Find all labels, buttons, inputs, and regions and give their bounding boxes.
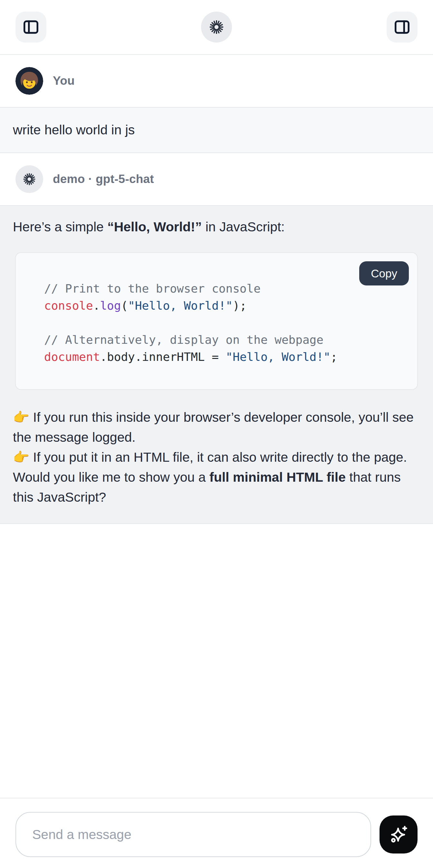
person-emoji-icon	[16, 67, 43, 95]
code-token: .body.innerHTML =	[100, 350, 225, 364]
assistant-message-bubble: Here’s a simple “Hello, World!” in JavaS…	[0, 205, 433, 524]
ai-sparkle-icon	[388, 824, 409, 845]
code-line: console.log("Hello, World!");	[44, 297, 407, 314]
code-token: "Hello, World!"	[226, 350, 331, 364]
code-token: log	[100, 299, 121, 312]
code-token: console	[44, 299, 93, 312]
send-button[interactable]	[379, 815, 417, 854]
question-text: Would you like me to show you a	[13, 470, 209, 485]
assistant-intro-paragraph: Here’s a simple “Hello, World!” in JavaS…	[13, 217, 420, 237]
right-panel-toggle-button[interactable]	[386, 11, 417, 42]
intro-text: Here’s a simple	[13, 219, 107, 234]
code-body: // Print to the browser consoleconsole.l…	[16, 253, 417, 389]
pointer-paragraphs: 👉 If you run this inside your browser’s …	[13, 407, 420, 467]
intro-bold-text: “Hello, World!”	[107, 219, 202, 234]
assistant-paragraph: 👉 If you run this inside your browser’s …	[13, 407, 420, 447]
user-message-bubble: write hello world in js	[0, 107, 433, 153]
code-block: Copy // Print to the browser consolecons…	[15, 252, 418, 390]
code-token: (	[121, 299, 128, 312]
assistant-avatar	[16, 165, 43, 193]
assistant-sender-name: demo · gpt-5-chat	[53, 173, 154, 186]
model-logo-button[interactable]	[201, 11, 232, 42]
code-line: // Alternatively, display on the webpage	[44, 331, 407, 348]
starburst-icon	[23, 173, 36, 186]
panel-right-icon	[393, 19, 411, 36]
panel-left-icon	[22, 19, 40, 36]
sidebar-toggle-button[interactable]	[16, 11, 47, 42]
assistant-question-paragraph: Would you like me to show you a full min…	[13, 467, 420, 507]
intro-text-after: in JavaScript:	[202, 219, 285, 234]
code-token: "Hello, World!"	[128, 299, 233, 312]
pointing-finger-emoji: 👉	[13, 450, 33, 465]
user-sender-row: You	[0, 55, 433, 107]
code-line: document.body.innerHTML = "Hello, World!…	[44, 348, 407, 365]
code-token: // Alternatively, display on the webpage	[44, 333, 323, 346]
assistant-sender-row: demo · gpt-5-chat	[0, 153, 433, 205]
code-token: ;	[331, 350, 338, 364]
code-token: document	[44, 350, 100, 364]
code-line: // Print to the browser console	[44, 280, 407, 297]
starburst-icon	[209, 19, 224, 35]
code-line	[44, 314, 407, 331]
code-token: );	[233, 299, 246, 312]
code-token: .	[93, 299, 100, 312]
assistant-paragraph: 👉 If you put it in an HTML file, it can …	[13, 447, 420, 467]
question-bold-text: full minimal HTML file	[209, 470, 346, 485]
top-bar	[0, 0, 433, 55]
chat-empty-space	[0, 524, 433, 798]
user-avatar	[16, 67, 43, 95]
user-message-text: write hello world in js	[13, 122, 135, 137]
user-sender-name: You	[53, 74, 75, 88]
message-input[interactable]	[16, 812, 371, 857]
pointing-finger-emoji: 👉	[13, 410, 33, 425]
copy-code-button[interactable]: Copy	[359, 261, 409, 285]
code-token: // Print to the browser console	[44, 282, 260, 295]
composer-bar	[0, 798, 433, 868]
